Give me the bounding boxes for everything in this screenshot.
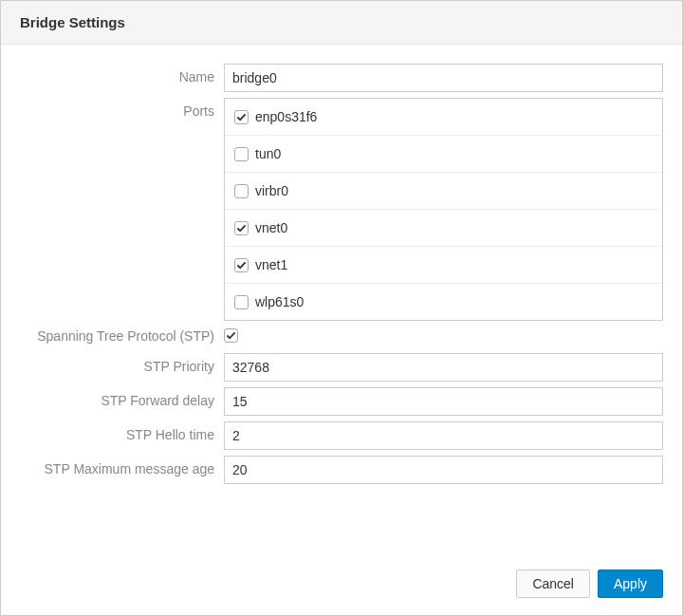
port-item: vnet1 bbox=[225, 247, 662, 284]
port-label: tun0 bbox=[255, 146, 281, 161]
checkmark-icon bbox=[236, 112, 247, 122]
port-checkbox-tun0[interactable] bbox=[234, 147, 249, 161]
port-label: vnet1 bbox=[255, 257, 287, 272]
port-label: virbr0 bbox=[255, 183, 288, 198]
dialog-body: Name Ports enp0s31f6 bbox=[1, 45, 682, 556]
port-item: tun0 bbox=[225, 136, 662, 173]
port-checkbox-vnet0[interactable] bbox=[234, 221, 249, 235]
port-checkbox-enp0s31f6[interactable] bbox=[234, 110, 249, 124]
port-checkbox-vnet1[interactable] bbox=[234, 258, 249, 272]
row-stp: Spanning Tree Protocol (STP) bbox=[20, 328, 663, 344]
label-stp-max-age: STP Maximum message age bbox=[20, 456, 224, 476]
label-stp: Spanning Tree Protocol (STP) bbox=[20, 328, 224, 344]
stp-checkbox[interactable] bbox=[224, 328, 238, 343]
row-stp-priority: STP Priority bbox=[20, 353, 663, 382]
port-checkbox-wlp61s0[interactable] bbox=[234, 295, 249, 309]
row-ports: Ports enp0s31f6 tun0 bbox=[20, 98, 663, 321]
port-item: virbr0 bbox=[225, 173, 662, 210]
label-name: Name bbox=[20, 64, 224, 84]
apply-button[interactable]: Apply bbox=[598, 569, 663, 598]
ports-list: enp0s31f6 tun0 virbr0 bbox=[224, 98, 663, 321]
name-input[interactable] bbox=[224, 64, 663, 92]
row-stp-max-age: STP Maximum message age bbox=[20, 456, 663, 484]
port-item: wlp61s0 bbox=[225, 284, 662, 320]
stp-hello-time-input[interactable] bbox=[224, 421, 663, 450]
checkmark-icon bbox=[236, 260, 247, 271]
label-ports: Ports bbox=[20, 98, 224, 119]
port-label: vnet0 bbox=[255, 220, 287, 235]
label-stp-hello-time: STP Hello time bbox=[20, 421, 224, 442]
stp-priority-input[interactable] bbox=[224, 353, 663, 382]
row-stp-hello-time: STP Hello time bbox=[20, 421, 663, 450]
checkmark-icon bbox=[226, 330, 236, 341]
stp-max-age-input[interactable] bbox=[224, 456, 663, 484]
cancel-button[interactable]: Cancel bbox=[516, 569, 590, 598]
row-stp-forward-delay: STP Forward delay bbox=[20, 387, 663, 416]
port-label: enp0s31f6 bbox=[255, 109, 317, 124]
port-item: vnet0 bbox=[225, 210, 662, 247]
port-checkbox-virbr0[interactable] bbox=[234, 184, 249, 198]
bridge-settings-dialog: Bridge Settings Name Ports enp0s31f6 bbox=[0, 0, 683, 616]
port-item: enp0s31f6 bbox=[225, 99, 662, 136]
dialog-title: Bridge Settings bbox=[20, 14, 663, 30]
row-name: Name bbox=[20, 64, 663, 92]
stp-forward-delay-input[interactable] bbox=[224, 387, 663, 416]
dialog-footer: Cancel Apply bbox=[1, 556, 682, 615]
label-stp-forward-delay: STP Forward delay bbox=[20, 387, 224, 408]
dialog-header: Bridge Settings bbox=[1, 1, 682, 45]
label-stp-priority: STP Priority bbox=[20, 353, 224, 374]
checkmark-icon bbox=[236, 223, 247, 233]
port-label: wlp61s0 bbox=[255, 294, 304, 309]
